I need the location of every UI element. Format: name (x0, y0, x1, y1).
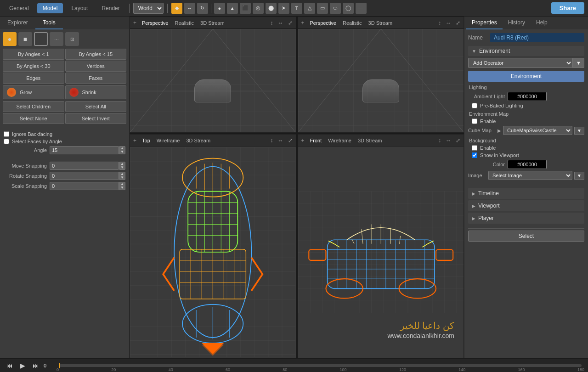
vp-tl-perspective[interactable]: Perspective (140, 20, 170, 26)
check-select-faces[interactable] (4, 139, 9, 144)
play-btn[interactable]: ▶ (17, 361, 28, 370)
vp-br-add[interactable]: + (300, 137, 306, 144)
check-bg-show[interactable] (472, 152, 477, 158)
share-button[interactable]: Share (551, 2, 584, 14)
angle-spin-down[interactable]: ▼ (119, 150, 125, 154)
btn-select-all[interactable]: Select All (65, 101, 127, 112)
mode-select-box[interactable]: ⊡ (65, 32, 79, 46)
play-next-btn[interactable]: ⏭ (30, 361, 42, 370)
play-prev-btn[interactable]: ⏮ (4, 361, 16, 370)
btn-select-invert[interactable]: Select Invert (65, 113, 127, 124)
tab-tools[interactable]: Tools (35, 17, 63, 29)
ellipse-icon[interactable]: ⬭ (330, 3, 341, 14)
btn-select-none[interactable]: Select None (3, 113, 64, 124)
check-ignore-backfacing[interactable] (4, 131, 9, 137)
vp-tl-3dstream[interactable]: 3D Stream (198, 20, 227, 26)
vp-br-maximize[interactable]: ⤢ (454, 137, 462, 144)
viewport-header[interactable]: ▶ Viewport (468, 200, 584, 211)
timeline-bar[interactable] (59, 364, 582, 367)
cylinder-icon[interactable]: ⬤ (266, 3, 277, 14)
btn-grow[interactable]: Grow (3, 85, 64, 99)
mode-hollow[interactable] (34, 32, 48, 46)
bg-color-swatch[interactable]: #000000 (508, 160, 547, 169)
tab-history[interactable]: History (503, 17, 531, 29)
vp-tr-perspective[interactable]: Perspective (308, 20, 339, 26)
btn-shrink[interactable]: Shrink (65, 85, 127, 99)
vp-tr-realistic[interactable]: Realistic (340, 20, 364, 26)
torus-icon[interactable]: ◎ (253, 3, 264, 14)
select-button[interactable]: Select (468, 231, 584, 242)
btn-vertices[interactable]: Vertices (65, 61, 127, 72)
add-operator-select[interactable]: Add Operator (468, 58, 573, 68)
move-snapping-input[interactable] (50, 162, 119, 170)
bg-image-select[interactable]: Select Image (488, 171, 572, 180)
scale-spin-down[interactable]: ▼ (119, 186, 125, 190)
box-icon[interactable]: ⬛ (240, 3, 251, 14)
check-env-map-enable[interactable] (472, 118, 477, 124)
vp-br-arrows-v[interactable]: ↕ (437, 137, 442, 144)
vp-bl-maximize[interactable]: ⤢ (287, 137, 294, 144)
vp-br-front[interactable]: Front (308, 137, 324, 144)
rotate-icon[interactable]: ↻ (197, 3, 208, 14)
add-operator-btn[interactable]: ▼ (573, 58, 584, 68)
vp-tr-add[interactable]: + (300, 19, 306, 27)
bg-image-btn[interactable]: ▼ (574, 172, 584, 180)
scale-snapping-input[interactable] (50, 182, 119, 190)
check-bg-enable[interactable] (472, 145, 477, 151)
btn-edges[interactable]: Edges (3, 73, 64, 84)
mode-box[interactable]: ■ (18, 32, 32, 46)
move-snapping-spinner[interactable]: ▲ ▼ (119, 162, 125, 170)
environment-section-header[interactable]: ▼ Environment (468, 46, 584, 56)
btn-by-angles-30[interactable]: By Angles < 30 (3, 61, 64, 72)
triangle-icon[interactable]: △ (304, 3, 315, 14)
vp-tl-realistic[interactable]: Realistic (173, 20, 197, 26)
vp-tl-arrows-h[interactable]: ↔ (277, 19, 285, 27)
btn-faces[interactable]: Faces (65, 73, 127, 84)
rotate-snapping-spinner[interactable]: ▲ ▼ (119, 172, 125, 180)
check-pre-baked[interactable] (472, 103, 477, 108)
tab-model[interactable]: Model (37, 3, 63, 13)
vp-tr-maximize[interactable]: ⤢ (454, 19, 462, 27)
move-icon[interactable]: ↔ (184, 3, 195, 14)
cube-map-select[interactable]: CubeMapSwissCastle (503, 126, 572, 135)
mode-point[interactable]: ● (3, 32, 17, 46)
select-icon[interactable]: ◆ (171, 3, 182, 14)
vp-tl-maximize[interactable]: ⤢ (287, 19, 294, 27)
vp-bl-top[interactable]: Top (140, 137, 153, 144)
vp-bl-arrows-v[interactable]: ↕ (269, 137, 275, 144)
ambient-light-color[interactable]: #000000 (508, 92, 547, 101)
cube-map-dropdown-btn[interactable]: ▼ (574, 127, 584, 135)
angle-input[interactable] (50, 146, 119, 154)
tab-properties[interactable]: Properties (466, 17, 503, 29)
vp-bl-arrows-h[interactable]: ↔ (277, 137, 285, 144)
capsule-icon[interactable]: ◯ (343, 3, 354, 14)
timeline-header[interactable]: ▶ Timeline (468, 188, 584, 199)
vp-bl-3dstream[interactable]: 3D Stream (184, 137, 213, 144)
tab-layout[interactable]: Layout (66, 3, 93, 13)
vp-br-arrows-h[interactable]: ↔ (444, 137, 452, 144)
environment-button[interactable]: Environment (468, 71, 584, 82)
btn-by-angles-15[interactable]: By Angles < 15 (65, 49, 127, 60)
btn-by-angles-1[interactable]: By Angles < 1 (3, 49, 64, 60)
tab-explorer[interactable]: Explorer (0, 17, 35, 29)
vp-tr-arrows-v[interactable]: ↕ (437, 19, 442, 27)
angle-spinner[interactable]: ▲ ▼ (119, 146, 125, 154)
rect-icon[interactable]: ▭ (317, 3, 328, 14)
move-spin-down[interactable]: ▼ (119, 166, 125, 169)
world-select[interactable]: World (133, 3, 164, 14)
vp-tl-add[interactable]: + (132, 19, 138, 27)
vp-tl-arrows-v[interactable]: ↕ (269, 19, 275, 27)
vp-tr-arrows-h[interactable]: ↔ (444, 19, 452, 27)
cone-icon[interactable]: ▲ (227, 3, 238, 14)
vp-tr-3dstream[interactable]: 3D Stream (366, 20, 395, 26)
player-header[interactable]: ▶ Player (468, 213, 584, 224)
vp-bl-wireframe[interactable]: Wireframe (154, 137, 182, 144)
arrow-icon[interactable]: ➤ (278, 3, 289, 14)
line-icon[interactable]: — (356, 3, 367, 14)
tab-general[interactable]: General (4, 3, 34, 13)
scale-snapping-spinner[interactable]: ▲ ▼ (119, 182, 125, 190)
text-icon[interactable]: T (291, 3, 302, 14)
vp-br-wireframe[interactable]: Wireframe (326, 137, 354, 144)
tab-render[interactable]: Render (96, 3, 125, 13)
vp-br-3dstream[interactable]: 3D Stream (356, 137, 384, 144)
